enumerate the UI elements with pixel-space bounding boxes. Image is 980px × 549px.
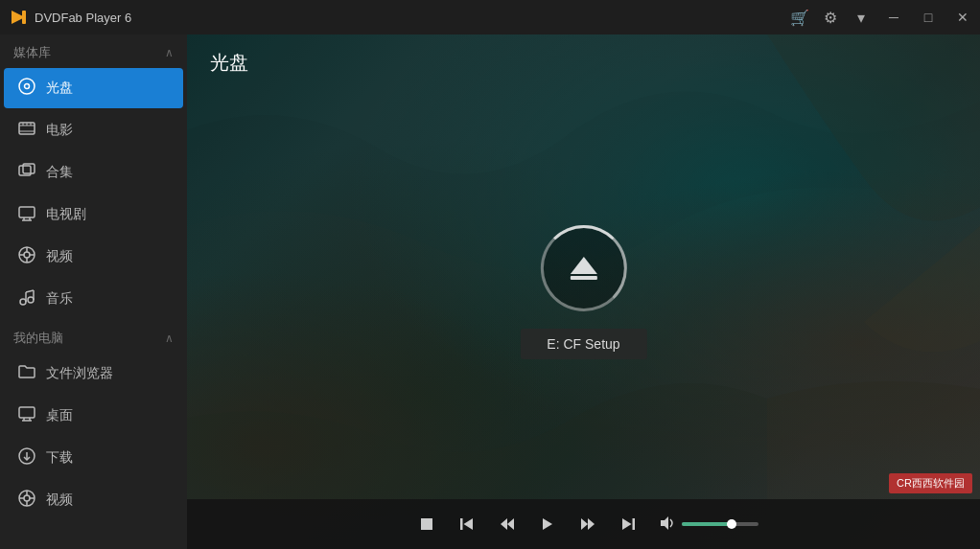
svg-rect-47 xyxy=(632,518,635,530)
tv-icon xyxy=(17,204,36,225)
svg-rect-40 xyxy=(460,518,463,530)
disc-circle[interactable] xyxy=(540,225,626,311)
svg-point-3 xyxy=(25,84,30,89)
sidebar-item-video[interactable]: 视频 xyxy=(4,237,183,277)
fast-forward-button[interactable] xyxy=(571,507,605,541)
playback-controls xyxy=(187,499,980,549)
sidebar-item-collections[interactable]: 合集 xyxy=(4,152,183,193)
dropdown-icon[interactable]: ▾ xyxy=(848,4,875,31)
eject-triangle xyxy=(570,257,596,274)
svg-marker-43 xyxy=(507,518,514,530)
prev-track-button[interactable] xyxy=(450,507,484,541)
disc-icon xyxy=(17,78,36,99)
sidebar: 媒体库 ∧ 光盘 xyxy=(0,34,187,549)
sidebar-item-tv-label: 电视剧 xyxy=(46,206,86,223)
cart-icon[interactable]: 🛒 xyxy=(786,4,813,31)
sidebar-item-filebrowser[interactable]: 文件浏览器 xyxy=(4,354,183,394)
volume-icon xyxy=(659,515,676,535)
svg-marker-49 xyxy=(661,516,668,530)
app-logo: DVDFab Player 6 xyxy=(8,7,131,28)
minimize-button[interactable]: ─ xyxy=(876,0,911,34)
eject-icon xyxy=(570,257,596,280)
sidebar-item-video-label: 视频 xyxy=(46,248,73,265)
download-icon xyxy=(17,447,36,469)
media-library-chevron-icon: ∧ xyxy=(165,46,174,59)
svg-point-34 xyxy=(24,495,30,501)
close-button[interactable]: ✕ xyxy=(945,0,980,34)
sidebar-item-filebrowser-label: 文件浏览器 xyxy=(46,365,113,382)
content-area: 光盘 E: CF Setup CR西西软件园 xyxy=(187,34,980,549)
play-button[interactable] xyxy=(530,507,565,541)
volume-fill xyxy=(682,522,732,526)
sidebar-item-tv[interactable]: 电视剧 xyxy=(4,194,183,235)
svg-marker-48 xyxy=(622,518,632,530)
main-area: 媒体库 ∧ 光盘 xyxy=(0,34,980,549)
folder-icon xyxy=(17,363,36,384)
svg-point-23 xyxy=(28,297,34,303)
settings-icon[interactable]: ⚙ xyxy=(817,4,844,31)
svg-point-2 xyxy=(19,79,35,94)
sidebar-item-movies-label: 电影 xyxy=(46,122,73,139)
titlebar-extra-controls: 🛒 ⚙ ▾ xyxy=(786,0,875,34)
sidebar-item-disc[interactable]: 光盘 xyxy=(4,68,183,108)
disc-eject-area: E: CF Setup xyxy=(520,225,646,359)
sidebar-item-music[interactable]: 音乐 xyxy=(4,279,183,319)
eject-bar xyxy=(570,276,596,280)
sidebar-item-disc-label: 光盘 xyxy=(46,80,73,97)
sidebar-item-desktop-label: 桌面 xyxy=(46,407,73,424)
my-computer-section-header: 我的电脑 ∧ xyxy=(0,320,187,353)
disc-drive-label: E: CF Setup xyxy=(520,329,646,359)
volume-control xyxy=(659,515,758,535)
video2-icon xyxy=(17,490,36,511)
music-icon xyxy=(17,288,36,309)
sidebar-item-music-label: 音乐 xyxy=(46,290,73,308)
next-track-button[interactable] xyxy=(611,507,645,541)
sidebar-item-video2[interactable]: 视频 xyxy=(4,480,183,520)
sidebar-item-collections-label: 合集 xyxy=(46,164,73,181)
sidebar-item-downloads[interactable]: 下载 xyxy=(4,438,183,478)
collection-icon xyxy=(17,162,36,183)
svg-point-17 xyxy=(24,252,30,258)
movie-icon xyxy=(17,120,36,141)
svg-rect-12 xyxy=(19,207,35,217)
window-controls: ─ □ ✕ xyxy=(876,0,980,34)
volume-slider[interactable] xyxy=(682,522,758,526)
volume-knob xyxy=(727,519,736,529)
rewind-button[interactable] xyxy=(490,507,525,541)
my-computer-label: 我的电脑 xyxy=(13,330,63,347)
svg-marker-45 xyxy=(581,518,588,530)
svg-rect-39 xyxy=(421,518,432,530)
sidebar-item-video2-label: 视频 xyxy=(46,492,73,509)
desktop-icon xyxy=(17,405,36,426)
media-library-label: 媒体库 xyxy=(13,44,51,61)
svg-rect-27 xyxy=(19,407,35,418)
video-icon xyxy=(17,246,36,267)
svg-line-26 xyxy=(26,290,34,292)
app-title: DVDFab Player 6 xyxy=(35,11,131,25)
svg-rect-1 xyxy=(22,11,26,24)
titlebar: DVDFab Player 6 🛒 ⚙ ▾ ─ □ ✕ xyxy=(0,0,980,34)
svg-point-22 xyxy=(20,299,26,305)
svg-marker-41 xyxy=(463,518,473,530)
page-title: 光盘 xyxy=(210,50,248,76)
media-library-section-header: 媒体库 ∧ xyxy=(0,34,187,67)
sidebar-item-downloads-label: 下载 xyxy=(46,449,73,467)
stop-button[interactable] xyxy=(409,507,444,541)
sidebar-item-movies[interactable]: 电影 xyxy=(4,110,183,150)
svg-marker-46 xyxy=(588,518,595,530)
watermark: CR西西软件园 xyxy=(889,473,972,493)
dvdfab-logo-icon xyxy=(8,7,29,28)
svg-marker-42 xyxy=(501,518,507,530)
svg-marker-44 xyxy=(543,518,552,530)
my-computer-chevron-icon: ∧ xyxy=(165,332,174,345)
maximize-button[interactable]: □ xyxy=(911,0,945,34)
sidebar-item-desktop[interactable]: 桌面 xyxy=(4,396,183,436)
